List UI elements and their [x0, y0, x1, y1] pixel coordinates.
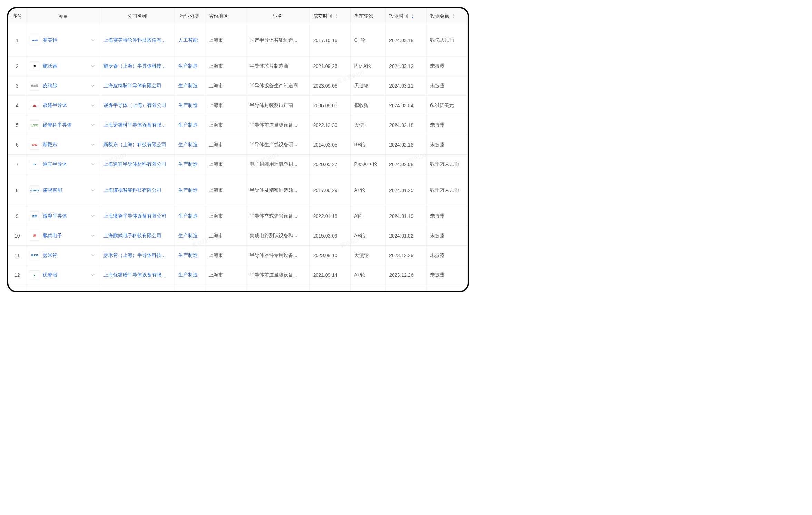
chevron-down-icon[interactable] [91, 143, 95, 147]
cell-project[interactable]: SEMI赛美特 [26, 24, 100, 57]
table-row[interactable]: 9微釜微釜半导体上海微釜半导体设备有限公司生产制造上海市半导体立式炉管设备...… [8, 206, 468, 226]
company-link[interactable]: 上海优睿谱半导体设备有限... [100, 265, 175, 285]
industry-link[interactable]: 生产制造 [175, 246, 205, 265]
col-header-company[interactable]: 公司名称 [100, 8, 175, 24]
chevron-down-icon[interactable] [91, 253, 95, 258]
col-header-amount[interactable]: 投资金额 ▲▼ [427, 8, 468, 24]
industry-link[interactable]: 生产制造 [175, 155, 205, 174]
project-link[interactable]: 道宜半导体 [43, 161, 67, 168]
col-header-industry[interactable]: 行业分类 [175, 8, 205, 24]
table-row[interactable]: 10鹏鹏武电子上海鹏武电子科技有限公司生产制造上海市集成电路测试设备和...20… [8, 226, 468, 246]
project-link[interactable]: 谦视智能 [43, 187, 62, 193]
industry-link[interactable]: 人工智能 [175, 24, 205, 57]
col-header-province[interactable]: 省份地区 [205, 8, 246, 24]
company-link[interactable]: 上海诺睿科半导体设备有限... [100, 115, 175, 135]
chevron-down-icon[interactable] [91, 273, 95, 277]
project-link[interactable]: 新毅东 [43, 142, 57, 148]
table-row[interactable]: 8SCIENS谦视智能上海谦视智能科技有限公司生产制造上海市半导体及精密制造领.… [8, 174, 468, 206]
project-link[interactable]: 皮纳脉 [43, 83, 57, 89]
cell-num: 9 [8, 206, 26, 226]
company-logo-icon: SCIENS [30, 185, 39, 195]
company-link[interactable]: 施沃泰（上海）半导体科技... [100, 57, 175, 76]
cell-project[interactable]: 瑟米肯瑟米肯 [26, 246, 100, 265]
col-header-amount-label: 投资金额 [430, 13, 449, 19]
table-row[interactable]: 6BNE新毅东新毅东（上海）科技有限公司生产制造上海市半导体生产线设备研...2… [8, 135, 468, 155]
project-link[interactable]: 优睿谱 [43, 272, 57, 278]
chevron-down-icon[interactable] [91, 38, 95, 42]
industry-link[interactable]: 生产制造 [175, 57, 205, 76]
industry-link[interactable]: 生产制造 [175, 174, 205, 206]
chevron-down-icon[interactable] [91, 123, 95, 127]
cell-round: A+轮 [350, 226, 386, 246]
project-link[interactable]: 瑟米肯 [43, 252, 57, 259]
cell-project[interactable]: ▲优睿谱 [26, 265, 100, 285]
project-link[interactable]: 晟碟半导体 [43, 102, 67, 109]
col-header-invest-time[interactable]: 投资时间 ▲▼ [386, 8, 427, 24]
industry-link[interactable]: 生产制造 [175, 135, 205, 155]
cell-province: 上海市 [205, 246, 246, 265]
cell-project[interactable]: SCIENS谦视智能 [26, 174, 100, 206]
cell-project[interactable]: 鹏鹏武电子 [26, 226, 100, 246]
chevron-down-icon[interactable] [91, 103, 95, 108]
company-link[interactable]: 上海赛美特软件科技股份有... [100, 24, 175, 57]
table-row[interactable]: 1SEMI赛美特上海赛美特软件科技股份有...人工智能上海市国产半导体智能制造.… [8, 24, 468, 57]
company-logo-icon: ▲ [30, 270, 39, 280]
cell-project[interactable]: DY道宜半导体 [26, 155, 100, 174]
col-header-established[interactable]: 成立时间 ▲▼ [309, 8, 350, 24]
cell-project[interactable]: 皮纳脉皮纳脉 [26, 76, 100, 96]
table-row[interactable]: 5NOREI诺睿科半导体上海诺睿科半导体设备有限...生产制造上海市半导体前道量… [8, 115, 468, 135]
cell-project[interactable]: BNE新毅东 [26, 135, 100, 155]
cell-project[interactable]: NOREI诺睿科半导体 [26, 115, 100, 135]
cell-round: A轮 [350, 285, 386, 291]
project-link[interactable]: 施沃泰 [43, 63, 57, 69]
table-container: 翼卓星9400 翼卓星9400 翼卓星9400 翼卓星9400 翼卓星9400 … [8, 8, 468, 291]
company-link[interactable]: 上海泛腾半导体技术有限公司 [100, 285, 175, 291]
cell-established: 2021.09.14 [309, 265, 350, 285]
table-row[interactable]: 12▲优睿谱上海优睿谱半导体设备有限...生产制造上海市半导体前道量测设备...… [8, 265, 468, 285]
company-link[interactable]: 新毅东（上海）科技有限公司 [100, 135, 175, 155]
col-header-business[interactable]: 业务 [246, 8, 309, 24]
cell-project[interactable]: ◢◣晟碟半导体 [26, 96, 100, 115]
company-link[interactable]: 上海皮纳脉半导体有限公司 [100, 76, 175, 96]
col-header-num[interactable]: 序号 [8, 8, 26, 24]
cell-business: 半导体芯片制造商 [246, 57, 309, 76]
chevron-down-icon[interactable] [91, 84, 95, 88]
project-link[interactable]: 诺睿科半导体 [43, 122, 72, 128]
cell-province: 上海市 [205, 76, 246, 96]
table-row[interactable]: 7DY道宜半导体上海道宜半导体材料有限公司生产制造上海市电子封装用环氧塑封...… [8, 155, 468, 174]
cell-project[interactable]: 施施沃泰 [26, 57, 100, 76]
chevron-down-icon[interactable] [91, 64, 95, 68]
project-link[interactable]: 微釜半导体 [43, 213, 67, 219]
company-link[interactable]: 上海微釜半导体设备有限公司 [100, 206, 175, 226]
col-header-round[interactable]: 当前轮次 [350, 8, 386, 24]
industry-link[interactable]: 生产制造 [175, 76, 205, 96]
industry-link[interactable]: 生产制造 [175, 115, 205, 135]
industry-link[interactable]: 生产制造 [175, 96, 205, 115]
chevron-down-icon[interactable] [91, 234, 95, 238]
cell-amount: 数千万人民币 [427, 155, 468, 174]
project-link[interactable]: 鹏武电子 [43, 233, 62, 239]
table-row[interactable]: 2施施沃泰施沃泰（上海）半导体科技...生产制造上海市半导体芯片制造商2021.… [8, 57, 468, 76]
cell-project[interactable]: Fival泛腾半导体 [26, 285, 100, 291]
industry-link[interactable]: 生产制造 [175, 285, 205, 291]
industry-link[interactable]: 生产制造 [175, 206, 205, 226]
chevron-down-icon[interactable] [91, 162, 95, 166]
sort-icon: ▲▼ [452, 13, 455, 19]
company-link[interactable]: 上海鹏武电子科技有限公司 [100, 226, 175, 246]
company-link[interactable]: 上海谦视智能科技有限公司 [100, 174, 175, 206]
chevron-down-icon[interactable] [91, 188, 95, 192]
cell-established: 2021.09.26 [309, 57, 350, 76]
col-header-project[interactable]: 项目 [26, 8, 100, 24]
table-row[interactable]: 13Fival泛腾半导体上海泛腾半导体技术有限公司生产制造上海市半导体器件专用设… [8, 285, 468, 291]
company-link[interactable]: 瑟米肯（上海）半导体科技... [100, 246, 175, 265]
chevron-down-icon[interactable] [91, 214, 95, 218]
industry-link[interactable]: 生产制造 [175, 226, 205, 246]
table-row[interactable]: 11瑟米肯瑟米肯瑟米肯（上海）半导体科技...生产制造上海市半导体器件专用设备.… [8, 246, 468, 265]
table-row[interactable]: 3皮纳脉皮纳脉上海皮纳脉半导体有限公司生产制造上海市半导体设备生产制造商2023… [8, 76, 468, 96]
company-link[interactable]: 晟碟半导体（上海）有限公司 [100, 96, 175, 115]
cell-project[interactable]: 微釜微釜半导体 [26, 206, 100, 226]
table-row[interactable]: 4◢◣晟碟半导体晟碟半导体（上海）有限公司生产制造上海市半导体封装测试厂商200… [8, 96, 468, 115]
industry-link[interactable]: 生产制造 [175, 265, 205, 285]
company-link[interactable]: 上海道宜半导体材料有限公司 [100, 155, 175, 174]
project-link[interactable]: 赛美特 [43, 37, 57, 43]
